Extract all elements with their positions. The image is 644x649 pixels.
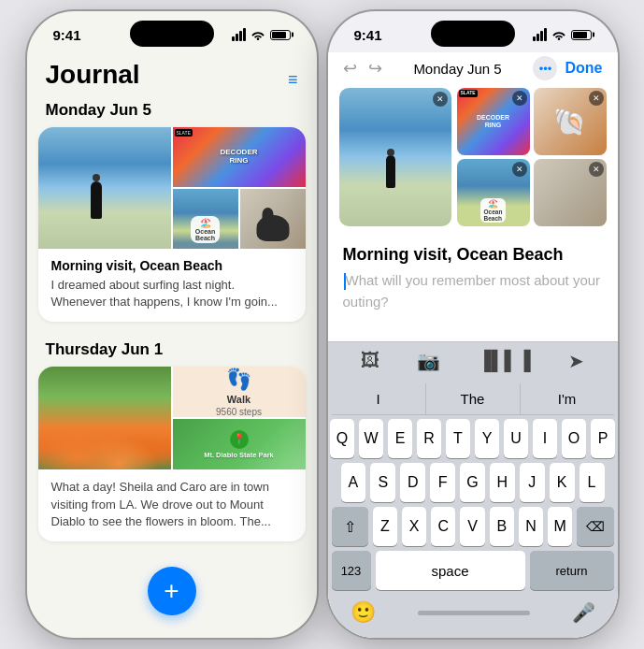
done-button[interactable]: Done <box>565 60 602 77</box>
key-m[interactable]: M <box>548 507 572 546</box>
ocean-beach-label: 🏖️ OceanBeach <box>191 216 220 243</box>
key-c[interactable]: C <box>431 507 455 546</box>
keyboard-toolbar: 🖼 📷 ▐▌▌▐ ➤ <box>328 341 618 380</box>
key-y[interactable]: Y <box>475 419 499 458</box>
status-time: 9:41 <box>53 27 81 43</box>
strip-dog-thumb: ✕ <box>534 159 607 226</box>
journal-card-monday[interactable]: SLATE DECODERRING 🏖️ OceanBeach <box>38 127 306 322</box>
card-body-monday: I dreamed about surfing last night. When… <box>51 277 293 310</box>
signal-bars-icon <box>232 28 246 41</box>
key-q[interactable]: Q <box>330 419 354 458</box>
strip-main-photo: ✕ <box>339 88 451 226</box>
suggestion-i[interactable]: I <box>332 383 426 414</box>
emoji-button[interactable]: 🙂 <box>351 600 376 625</box>
microphone-button[interactable]: 🎤 <box>572 601 595 624</box>
status-time-2: 9:41 <box>354 27 382 43</box>
suggestions-row: I The I'm <box>332 383 614 415</box>
add-entry-fab[interactable]: + <box>148 567 196 615</box>
key-l[interactable]: L <box>580 463 605 502</box>
key-h[interactable]: H <box>490 463 515 502</box>
photo-ocean-beach: 🏖️ OceanBeach <box>173 189 238 249</box>
entry-text-area[interactable]: Morning visit, Ocean Beach What will you… <box>328 238 618 341</box>
journal-header: Journal ≡ <box>27 52 317 97</box>
strip-ocean-thumb: ✕ 🏖️ OceanBeach <box>457 159 530 226</box>
key-x[interactable]: X <box>402 507 426 546</box>
key-e[interactable]: E <box>388 419 412 458</box>
photo-grid-right: SLATE DECODERRING 🏖️ OceanBeach <box>173 127 306 249</box>
diablo-label: Mt. Diablo State Park <box>204 451 274 459</box>
strip-shell-thumb: ✕ 🐚 <box>534 88 607 155</box>
entry-placeholder[interactable]: What will you remember most about your o… <box>343 270 603 312</box>
strip-surfer-figure <box>386 155 395 188</box>
key-z[interactable]: Z <box>373 507 397 546</box>
keyboard-row-4: 123 space return <box>332 551 614 590</box>
space-key[interactable]: space <box>376 551 525 590</box>
strip-main-close-button[interactable]: ✕ <box>433 92 448 107</box>
camera-tool-icon[interactable]: 📷 <box>417 350 440 372</box>
entry-placeholder-text: What will you remember most about your o… <box>343 272 601 310</box>
entry-date: Monday Jun 5 <box>413 61 501 77</box>
dynamic-island <box>130 21 214 47</box>
strip-right-photos: ✕ SLATE DECODERRING ✕ 🐚 ✕ 🏖️ <box>457 88 607 226</box>
key-v[interactable]: V <box>460 507 484 546</box>
signal-bars-icon-2 <box>533 28 547 41</box>
shift-button[interactable]: ⇧ <box>332 507 368 546</box>
key-g[interactable]: G <box>460 463 485 502</box>
thursday-right-photos: 👣 Walk 9560 steps 📍 Mt. Diablo State Par… <box>173 367 306 469</box>
key-o[interactable]: O <box>562 419 586 458</box>
undo-button[interactable]: ↩ <box>343 58 357 79</box>
keyboard-row-3: ⇧ Z X C V B N M ⌫ <box>332 507 614 546</box>
return-key[interactable]: return <box>530 551 614 590</box>
photo-decoder-ring: SLATE DECODERRING <box>173 127 306 187</box>
photo-beach-main <box>38 127 171 249</box>
key-n[interactable]: N <box>519 507 543 546</box>
wifi-icon <box>250 29 265 40</box>
decoder-text: DECODERRING <box>220 149 257 166</box>
number-mode-button[interactable]: 123 <box>332 551 371 590</box>
suggestion-the[interactable]: The <box>426 383 521 414</box>
key-k[interactable]: K <box>550 463 575 502</box>
filter-icon[interactable]: ≡ <box>288 70 298 90</box>
strip-ocean-close-button[interactable]: ✕ <box>512 162 527 177</box>
key-p[interactable]: P <box>591 419 615 458</box>
delete-button[interactable]: ⌫ <box>577 507 613 546</box>
phone-journal: 9:41 Journal ≡ <box>27 11 317 638</box>
surfer-figure <box>91 181 102 219</box>
dog-shape <box>256 215 289 241</box>
key-d[interactable]: D <box>400 463 425 502</box>
key-r[interactable]: R <box>417 419 441 458</box>
key-a[interactable]: A <box>341 463 366 502</box>
photo-tool-icon[interactable]: 🖼 <box>361 350 379 372</box>
send-tool-icon[interactable]: ➤ <box>568 350 584 372</box>
photo-flowers <box>38 367 171 469</box>
key-t[interactable]: T <box>446 419 470 458</box>
journal-card-thursday[interactable]: 👣 Walk 9560 steps 📍 Mt. Diablo State Par… <box>38 367 306 541</box>
key-f[interactable]: F <box>430 463 455 502</box>
strip-decoder-thumb: ✕ SLATE DECODERRING <box>457 88 530 155</box>
audio-tool-icon[interactable]: ▐▌▌▐ <box>478 350 531 372</box>
status-icons-2 <box>533 28 592 41</box>
strip-decoder-close-button[interactable]: ✕ <box>512 91 527 106</box>
more-options-button[interactable]: ••• <box>533 56 557 80</box>
photo-diablo: 📍 Mt. Diablo State Park <box>173 419 306 469</box>
battery-icon-2 <box>571 30 592 40</box>
walk-label: Walk <box>227 394 250 405</box>
decoder-badge: SLATE <box>175 129 193 137</box>
card-title-monday: Morning visit, Ocean Beach <box>51 258 293 273</box>
battery-icon <box>270 30 291 40</box>
key-i[interactable]: I <box>533 419 557 458</box>
key-u[interactable]: U <box>504 419 528 458</box>
key-s[interactable]: S <box>370 463 395 502</box>
journal-title: Journal <box>46 60 140 90</box>
strip-dog-close-button[interactable]: ✕ <box>589 162 604 177</box>
key-j[interactable]: J <box>520 463 545 502</box>
keyboard: I The I'm Q W E R T Y U I O P A <box>328 380 618 638</box>
entry-title: Morning visit, Ocean Beach <box>343 245 603 265</box>
redo-button[interactable]: ↪ <box>368 58 382 79</box>
strip-shell-close-button[interactable]: ✕ <box>589 91 604 106</box>
photo-dog <box>240 189 306 249</box>
key-b[interactable]: B <box>490 507 514 546</box>
suggestion-im[interactable]: I'm <box>521 383 614 414</box>
key-w[interactable]: W <box>359 419 383 458</box>
strip-ocean-label: 🏖️ OceanBeach <box>480 198 507 223</box>
